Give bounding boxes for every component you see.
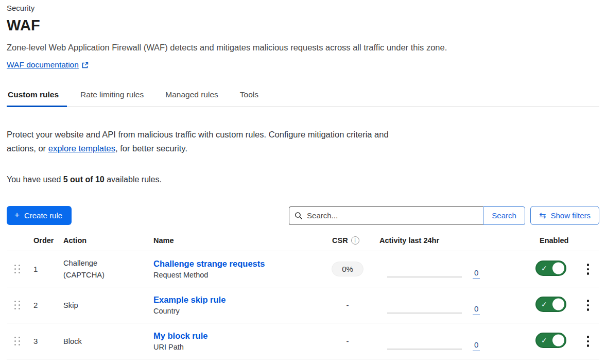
usage-summary: You have used 5 out of 10 available rule… (7, 175, 599, 184)
rule-order: 3 (29, 337, 57, 345)
tab-managed-rules[interactable]: Managed rules (164, 86, 219, 107)
rule-order: 2 (29, 301, 57, 309)
column-header-order: Order (29, 236, 57, 245)
activity-sparkline (387, 349, 462, 350)
csr-badge: 0% (332, 262, 363, 276)
plus-icon: + (14, 211, 20, 219)
csr-cell: - (324, 337, 371, 345)
column-header-name: Name (147, 236, 324, 245)
toggle-knob (552, 262, 564, 274)
column-header-action: Action (57, 236, 147, 245)
search-box: Search (289, 206, 525, 225)
drag-handle-icon[interactable] (14, 265, 21, 273)
rule-name-link[interactable]: Example skip rule (153, 295, 324, 305)
column-header-enabled: Enabled (530, 236, 577, 245)
table-row-my-block-rule: 3 Block My block rule URI Path - 0 ✓ (7, 323, 599, 359)
rule-name-cell: Example skip rule Country (147, 295, 324, 315)
table-header-row: Order Action Name CSR i Activity last 24… (7, 236, 599, 251)
rule-field: Request Method (153, 271, 324, 279)
external-link-icon (82, 62, 89, 68)
table-row-example-skip-rule: 2 Skip Example skip rule Country - 0 ✓ (7, 287, 599, 323)
column-header-csr: CSR i (324, 236, 371, 245)
rule-action: Block (57, 336, 121, 348)
show-filters-button[interactable]: ⇆ Show filters (530, 206, 599, 225)
csr-cell: - (324, 301, 371, 309)
drag-handle-icon[interactable] (14, 301, 21, 309)
table-row-challenge-strange-requests: 1 Challenge (CAPTCHA) Challenge strange … (7, 251, 599, 287)
enabled-cell: ✓ (530, 297, 577, 314)
csr-header-label: CSR (332, 236, 348, 245)
waf-page: Security WAF Zone-level Web Application … (7, 0, 599, 359)
tab-bar: Custom rules Rate limiting rules Managed… (7, 86, 599, 107)
search-field (289, 206, 483, 225)
enabled-toggle[interactable]: ✓ (535, 261, 566, 276)
check-icon: ✓ (541, 264, 547, 272)
rule-field: URI Path (153, 343, 324, 351)
rule-order: 1 (29, 265, 57, 273)
toggle-knob (552, 298, 564, 310)
enabled-cell: ✓ (530, 261, 577, 278)
drag-handle-icon[interactable] (14, 337, 21, 345)
intro-text-after: , for better security. (115, 144, 187, 153)
rule-name-link[interactable]: Challenge strange requests (153, 259, 324, 269)
rule-name-cell: Challenge strange requests Request Metho… (147, 259, 324, 279)
toggle-knob (552, 334, 564, 346)
waf-documentation-link[interactable]: WAF documentation (7, 60, 89, 70)
activity-sparkline (387, 313, 462, 314)
kebab-menu-icon[interactable] (583, 261, 594, 278)
rule-action: Challenge (CAPTCHA) (57, 257, 121, 281)
usage-text-after: available rules. (105, 175, 162, 184)
info-icon[interactable]: i (351, 236, 359, 245)
kebab-menu-icon[interactable] (583, 333, 594, 350)
rule-action: Skip (57, 300, 121, 311)
activity-sparkline (387, 276, 462, 278)
breadcrumb: Security (7, 4, 599, 12)
intro-text: Protect your website and API from malici… (7, 128, 390, 155)
kebab-menu-icon[interactable] (583, 297, 594, 314)
activity-cell: 0 (371, 341, 530, 351)
show-filters-label: Show filters (550, 211, 591, 220)
column-header-activity: Activity last 24hr (371, 236, 530, 245)
enabled-toggle[interactable]: ✓ (535, 333, 566, 348)
enabled-cell: ✓ (530, 333, 577, 350)
explore-templates-link[interactable]: explore templates (48, 144, 115, 153)
activity-cell: 0 (371, 269, 530, 279)
activity-count-link[interactable]: 0 (473, 305, 480, 315)
create-rule-button[interactable]: + Create rule (7, 206, 72, 225)
doc-link-label: WAF documentation (7, 60, 79, 70)
rule-name-cell: My block rule URI Path (147, 331, 324, 351)
tab-rate-limiting-rules[interactable]: Rate limiting rules (79, 86, 145, 107)
rule-field: Country (153, 307, 324, 315)
search-icon (295, 212, 303, 220)
custom-rules-table: Order Action Name CSR i Activity last 24… (7, 236, 599, 359)
csr-cell: 0% (324, 262, 371, 276)
search-input[interactable] (307, 211, 478, 220)
page-title: WAF (7, 17, 599, 34)
create-rule-label: Create rule (24, 211, 62, 220)
tab-tools[interactable]: Tools (239, 86, 259, 107)
usage-count: 5 out of 10 (63, 175, 105, 184)
swap-arrows-icon: ⇆ (539, 212, 546, 220)
check-icon: ✓ (541, 300, 547, 308)
search-button[interactable]: Search (483, 206, 525, 225)
enabled-toggle[interactable]: ✓ (535, 297, 566, 312)
usage-text-before: You have used (7, 175, 63, 184)
activity-count-link[interactable]: 0 (473, 269, 480, 279)
rule-name-link[interactable]: My block rule (153, 331, 324, 341)
activity-cell: 0 (371, 305, 530, 315)
page-description: Zone-level Web Application Firewall (WAF… (7, 43, 599, 53)
activity-count-link[interactable]: 0 (473, 341, 480, 351)
check-icon: ✓ (541, 336, 547, 344)
rules-toolbar: + Create rule Search ⇆ Show filt (7, 206, 599, 225)
tab-custom-rules[interactable]: Custom rules (7, 86, 60, 107)
